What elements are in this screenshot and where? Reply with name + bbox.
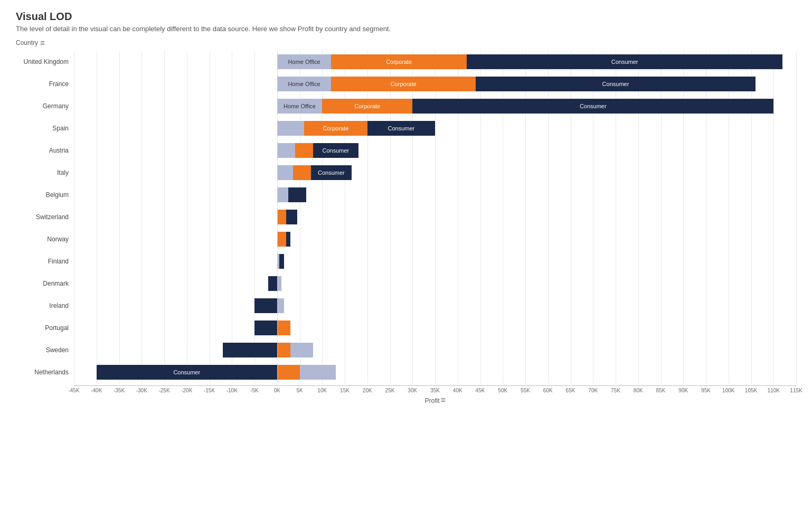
x-tick-label: 35K [430, 388, 440, 393]
x-tick-label: 90K [678, 388, 688, 393]
segment-label: Corporate [331, 54, 467, 69]
bar-area [74, 341, 796, 359]
segment-label [254, 321, 277, 335]
bar-segment-consumer [288, 187, 306, 202]
x-tick-label: 70K [588, 388, 598, 393]
zero-line [277, 252, 278, 270]
bar-area [74, 275, 796, 293]
x-tick-label: 45K [476, 388, 485, 393]
zero-line [277, 186, 278, 204]
segment-label: Consumer [467, 54, 783, 69]
bar-segment-neg-consumer [254, 321, 277, 335]
segment-label: Home Office [277, 99, 323, 114]
x-tick-label: 40K [453, 388, 462, 393]
segment-label: Corporate [322, 99, 412, 114]
bar-segment-home_office [277, 165, 293, 180]
bar-segment-corporate: Corporate [304, 121, 367, 136]
bar-segment-corporate: Corporate [322, 99, 412, 114]
x-tick-label: 100K [722, 388, 734, 393]
zero-line [277, 75, 278, 93]
page-title: Visual LOD [16, 11, 796, 23]
country-filter-label[interactable]: Country ☰ [16, 39, 796, 46]
zero-line [277, 363, 278, 381]
segment-label: Consumer [311, 165, 352, 180]
segment-label [277, 276, 282, 291]
table-row: NetherlandsConsumer [16, 361, 796, 383]
segment-label [277, 321, 291, 335]
bar-segment-consumer: Consumer [476, 77, 756, 91]
segment-label [277, 298, 284, 313]
segment-label: Corporate [304, 121, 367, 136]
segment-label [277, 143, 295, 158]
bar-segment-home_office [290, 343, 313, 357]
zero-line [277, 208, 278, 226]
bar-segment-home_office [277, 276, 282, 291]
bar-segment-corporate: Corporate [331, 54, 467, 69]
bar-segment-neg-consumer [223, 343, 277, 357]
country-label: Sweden [16, 346, 74, 354]
table-row: AustriaConsumer [16, 139, 796, 162]
segment-label: Corporate [331, 77, 476, 91]
segment-label: Home Office [277, 54, 332, 69]
segment-label [286, 232, 291, 247]
bar-area: Consumer [74, 363, 796, 381]
table-row: Sweden [16, 339, 796, 361]
zero-line [277, 275, 278, 293]
zero-line [277, 297, 278, 315]
country-label: Spain [16, 125, 74, 132]
bar-segment-corporate [277, 343, 291, 357]
grid-line [796, 51, 797, 383]
zero-line [277, 341, 278, 359]
bar-segment-home_office [300, 365, 336, 380]
x-axis-label-container: Profit ☰ [16, 397, 796, 404]
bar-segment-corporate [277, 365, 300, 380]
segment-label [277, 121, 304, 136]
bar-segment-neg-consumer: Consumer [97, 365, 277, 380]
bar-area [74, 297, 796, 315]
x-tick-label: -20K [181, 388, 192, 393]
segment-label [277, 343, 291, 357]
segment-label [286, 210, 297, 224]
bar-segment-consumer: Consumer [311, 165, 352, 180]
segment-label [277, 232, 286, 247]
segment-label [300, 365, 336, 380]
segment-label [277, 187, 288, 202]
bar-segment-consumer [286, 210, 297, 224]
bar-area: Home OfficeCorporateConsumer [74, 53, 796, 71]
x-tick-label: 30K [408, 388, 417, 393]
x-tick-label: 15K [340, 388, 350, 393]
x-tick-label: -15K [204, 388, 215, 393]
bar-segment-neg-consumer [254, 298, 277, 313]
country-label: Denmark [16, 280, 74, 287]
bar-segment-corporate [277, 232, 286, 247]
table-row: Belgium [16, 184, 796, 206]
segment-label [279, 254, 284, 269]
table-row: Finland [16, 250, 796, 272]
table-row: SpainCorporateConsumer [16, 117, 796, 139]
x-tick-label: -10K [226, 388, 238, 393]
segment-label [277, 365, 300, 380]
x-axis: -45K-40K-35K-30K-25K-20K-15K-10K-5K0K5K1… [74, 385, 796, 396]
country-label: Belgium [16, 191, 74, 199]
bar-segment-consumer: Consumer [313, 143, 358, 158]
table-row: GermanyHome OfficeCorporateConsumer [16, 95, 796, 117]
bar-segment-home_office: Home Office [277, 99, 323, 114]
x-tick-label: -40K [91, 388, 102, 393]
bar-segment-corporate [293, 165, 311, 180]
bar-area [74, 230, 796, 248]
bar-area [74, 208, 796, 226]
zero-line [277, 53, 278, 71]
table-row: Switzerland [16, 206, 796, 228]
table-row: ItalyConsumer [16, 162, 796, 184]
bar-segment-consumer: Consumer [412, 99, 773, 114]
segment-label: Consumer [97, 365, 277, 380]
zero-line [277, 164, 278, 182]
zero-line [277, 97, 278, 115]
x-tick-label: 85K [656, 388, 666, 393]
segment-label: Consumer [367, 121, 435, 136]
filter-icon: ☰ [40, 40, 45, 46]
x-tick-label: -30K [136, 388, 147, 393]
chart-container: United KingdomHome OfficeCorporateConsum… [16, 51, 796, 404]
x-tick-label: 55K [521, 388, 530, 393]
bar-segment-corporate [277, 210, 286, 224]
